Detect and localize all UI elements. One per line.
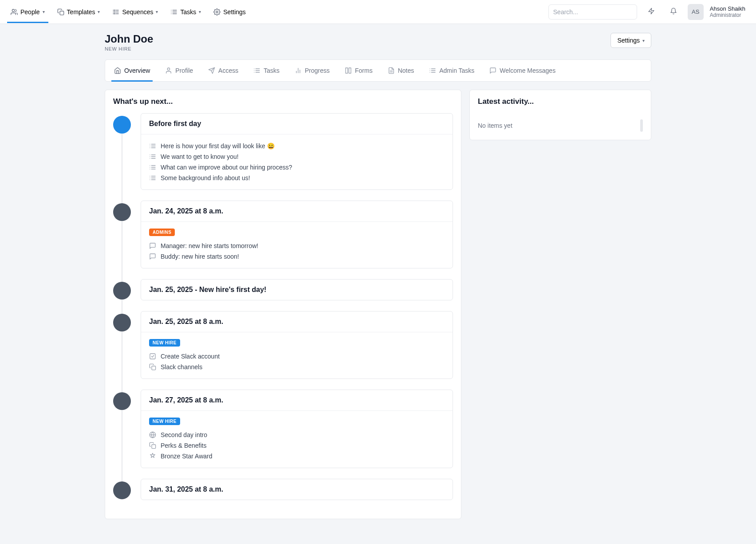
page-settings-label: Settings: [617, 37, 640, 44]
tab-admin-tasks[interactable]: Admin Tasks: [426, 60, 477, 81]
globe-icon: [149, 431, 156, 438]
tab-welcome-messages[interactable]: Welcome Messages: [487, 60, 558, 81]
tab-notes[interactable]: Notes: [385, 60, 417, 81]
timeline-item-text: Second day intro: [161, 431, 207, 438]
tab-label: Profile: [175, 67, 193, 74]
timeline-item-text: Slack channels: [161, 363, 202, 371]
timeline-item[interactable]: Second day intro: [149, 430, 445, 440]
activity-empty: No items yet: [478, 122, 512, 129]
badge-icon: [149, 453, 156, 460]
timeline-card: Jan. 24, 2025 at 8 a.m.ADMINSManager: ne…: [141, 201, 453, 268]
tab-profile[interactable]: Profile: [162, 60, 196, 81]
timeline-item[interactable]: Slack channels: [149, 362, 445, 372]
tag-admins: ADMINS: [149, 229, 175, 236]
timeline-item[interactable]: Some background info about us!: [149, 173, 445, 183]
tabs-card: OverviewProfileAccessTasksProgressFormsN…: [105, 59, 651, 82]
timeline-heading: Jan. 24, 2025 at 8 a.m.: [141, 201, 453, 221]
message-icon: [149, 242, 156, 249]
timeline-item[interactable]: We want to get to know you!: [149, 151, 445, 162]
list-icon: [253, 67, 260, 74]
timeline-item-text: Bronze Star Award: [161, 453, 212, 460]
list-icon: [149, 174, 156, 181]
chevron-down-icon: ▾: [43, 9, 45, 14]
bell-icon: [670, 8, 677, 16]
check-icon: [149, 353, 156, 360]
timeline-dot: [113, 203, 131, 221]
tabs: OverviewProfileAccessTasksProgressFormsN…: [111, 60, 645, 81]
tab-forms[interactable]: Forms: [342, 60, 375, 81]
timeline-row: Jan. 25, 2025 at 8 a.m.NEW HIRECreate Sl…: [113, 311, 453, 379]
nav-item-tasks[interactable]: Tasks▾: [170, 1, 201, 23]
send-icon: [208, 67, 215, 74]
timeline-item[interactable]: What can we improve about our hiring pro…: [149, 162, 445, 173]
avatar[interactable]: AS: [688, 4, 704, 20]
nav-item-label: Tasks: [180, 8, 196, 16]
nav-item-people[interactable]: People▾: [11, 1, 45, 23]
search-input[interactable]: [548, 4, 637, 20]
user-icon: [165, 67, 172, 74]
tag-newhire: NEW HIRE: [149, 339, 180, 347]
timeline-item-text: What can we improve about our hiring pro…: [161, 164, 292, 171]
timeline-item[interactable]: Create Slack account: [149, 351, 445, 362]
form-icon: [345, 67, 352, 74]
timeline-body: NEW HIRESecond day introPerks & Benefits…: [141, 410, 453, 468]
scrollbar-handle[interactable]: [640, 119, 643, 132]
timeline-dot: [113, 481, 131, 499]
nav-item-label: Settings: [223, 8, 246, 16]
timeline-dot: [113, 282, 131, 300]
page-header: John Doe NEW HIRE Settings ▾: [105, 33, 651, 51]
quick-action-button[interactable]: [643, 4, 659, 20]
timeline: Before first dayHere is how your first d…: [113, 113, 453, 500]
copy-icon: [149, 363, 156, 371]
timeline-row: Before first dayHere is how your first d…: [113, 113, 453, 190]
chevron-down-icon: ▾: [98, 9, 100, 14]
tab-tasks[interactable]: Tasks: [251, 60, 282, 81]
timeline-item-text: We want to get to know you!: [161, 153, 239, 160]
list-icon: [149, 153, 156, 160]
copy-icon: [149, 442, 156, 449]
timeline-item[interactable]: Here is how your first day will look lik…: [149, 141, 445, 151]
gear-icon: [213, 8, 220, 16]
nav-item-label: People: [20, 8, 40, 16]
adminlist-icon: [429, 67, 436, 74]
chevron-down-icon: ▾: [156, 9, 158, 14]
timeline-heading: Before first day: [141, 114, 453, 134]
nav-item-templates[interactable]: Templates▾: [57, 1, 100, 23]
nav-item-settings[interactable]: Settings: [213, 1, 246, 23]
timeline-item[interactable]: Buddy: new hire starts soon!: [149, 251, 445, 262]
tab-label: Welcome Messages: [500, 67, 555, 74]
nav-group: People▾Templates▾Sequences▾Tasks▾Setting…: [11, 1, 246, 23]
timeline-item-text: Create Slack account: [161, 353, 220, 360]
nav-item-label: Sequences: [122, 8, 153, 16]
timeline-card: Jan. 25, 2025 - New hire's first day!: [141, 279, 453, 300]
tab-progress[interactable]: Progress: [292, 60, 332, 81]
page: John Doe NEW HIRE Settings ▾ OverviewPro…: [94, 24, 662, 537]
chevron-down-icon: ▾: [199, 9, 201, 14]
tab-access[interactable]: Access: [205, 60, 241, 81]
timeline-card: Jan. 27, 2025 at 8 a.m.NEW HIRESecond da…: [141, 390, 453, 468]
timeline-dot: [113, 314, 131, 331]
nav-item-sequences[interactable]: Sequences▾: [112, 1, 158, 23]
page-title: John Doe: [105, 33, 153, 45]
timeline-body: Here is how your first day will look lik…: [141, 134, 453, 189]
page-settings-button[interactable]: Settings ▾: [610, 33, 651, 48]
message-icon: [149, 253, 156, 260]
list-icon: [149, 142, 156, 150]
timeline-heading: Jan. 25, 2025 at 8 a.m.: [141, 311, 453, 332]
timeline-row: Jan. 25, 2025 - New hire's first day!: [113, 279, 453, 300]
timeline-item-text: Perks & Benefits: [161, 442, 207, 449]
tab-label: Forms: [355, 67, 373, 74]
timeline-item[interactable]: Bronze Star Award: [149, 451, 445, 461]
list-icon: [170, 8, 177, 16]
topbar-right: AS Ahson Shaikh Administrator: [548, 4, 745, 20]
copy-icon: [57, 8, 64, 16]
timeline-item-text: Buddy: new hire starts soon!: [161, 253, 239, 260]
tab-label: Admin Tasks: [439, 67, 474, 74]
up-next-title: What's up next...: [105, 90, 461, 113]
timeline-item[interactable]: Manager: new hire starts tomorrow!: [149, 240, 445, 251]
chart-icon: [295, 67, 302, 74]
tab-overview[interactable]: Overview: [111, 60, 153, 81]
notifications-button[interactable]: [665, 4, 681, 20]
timeline-item[interactable]: Perks & Benefits: [149, 440, 445, 451]
message-icon: [489, 67, 496, 74]
